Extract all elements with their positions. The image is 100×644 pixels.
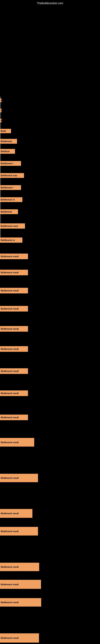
bottleneck-bar-25[interactable]: Bottleneck result: [0, 509, 32, 518]
bar-item: Bottleneck result: [0, 580, 41, 589]
bar-item: Bottleneck r: [0, 185, 21, 190]
bottleneck-bar-10[interactable]: Bottleneck re: [0, 197, 22, 202]
bar-item: Bottleneck resu: [0, 173, 24, 178]
bar-item: Bottleneck result: [0, 633, 39, 642]
bottleneck-bar-6[interactable]: Bottlene: [0, 149, 15, 154]
bar-item: Bottleneck result: [0, 288, 28, 294]
bar-item: Bottleneck re: [0, 238, 22, 243]
bar-item: B: [0, 119, 1, 122]
bottleneck-bar-2[interactable]: B: [0, 109, 1, 112]
bottleneck-bar-3[interactable]: B: [0, 119, 1, 122]
bottleneck-bar-8[interactable]: Bottleneck resu: [0, 173, 24, 178]
bottleneck-bar-9[interactable]: Bottleneck r: [0, 185, 21, 190]
bottleneck-bar-12[interactable]: Bottleneck resul: [0, 224, 25, 228]
bottleneck-bar-1[interactable]: B: [0, 98, 1, 102]
bottleneck-bar-17[interactable]: Bottleneck result: [0, 306, 28, 312]
bottleneck-bar-7[interactable]: Bottleneck r: [0, 161, 21, 166]
bar-item: B: [0, 98, 1, 102]
bottleneck-bar-4[interactable]: Bottl: [0, 129, 11, 133]
bottleneck-bar-23[interactable]: Bottleneck result: [0, 438, 34, 446]
bar-item: Bottleneck result: [0, 346, 28, 352]
bar-item: Bottleneck resul: [0, 224, 25, 228]
bar-item: Bottleneck re: [0, 197, 22, 202]
bar-item: B: [0, 109, 1, 112]
bottleneck-bar-13[interactable]: Bottleneck re: [0, 238, 22, 243]
bar-item: Bottl: [0, 129, 11, 133]
bar-item: Bottleneck result: [0, 254, 28, 259]
bar-item: Bottleneck result: [0, 563, 39, 571]
bottleneck-bar-27[interactable]: Bottleneck result: [0, 563, 39, 571]
bottleneck-bar-22[interactable]: Bottleneck result: [0, 414, 28, 420]
bar-item: Bottleneck result: [0, 414, 28, 420]
bar-item: Bottleneck result: [0, 306, 28, 312]
bottleneck-bar-24[interactable]: Bottleneck result: [0, 474, 38, 482]
bottleneck-bar-20[interactable]: Bottleneck result: [0, 368, 28, 374]
bar-item: Bottleneck: [0, 139, 17, 144]
bottleneck-bar-28[interactable]: Bottleneck result: [0, 580, 41, 589]
bar-item: Bottleneck result: [0, 368, 28, 374]
bar-item: Bottleneck result: [0, 598, 41, 606]
bottleneck-bar-11[interactable]: Bottleneck: [0, 209, 18, 214]
bar-item: Bottleneck result: [0, 326, 28, 332]
bar-item: Bottleneck result: [0, 390, 28, 396]
bottleneck-bar-21[interactable]: Bottleneck result: [0, 390, 28, 396]
bottleneck-bar-15[interactable]: Bottleneck result: [0, 270, 28, 275]
bottleneck-bar-19[interactable]: Bottleneck result: [0, 346, 28, 352]
bar-item: Bottleneck result: [0, 270, 28, 275]
bottleneck-bar-26[interactable]: Bottleneck result: [0, 527, 38, 536]
bottleneck-bar-5[interactable]: Bottleneck: [0, 139, 17, 144]
bottleneck-bar-29[interactable]: Bottleneck result: [0, 598, 41, 606]
bottleneck-bar-14[interactable]: Bottleneck result: [0, 254, 28, 259]
bar-item: Bottleneck result: [0, 474, 38, 482]
vertical-line: [0, 96, 1, 238]
bar-item: Bottlene: [0, 149, 15, 154]
bottleneck-bar-18[interactable]: Bottleneck result: [0, 326, 28, 332]
bottleneck-bar-16[interactable]: Bottleneck result: [0, 288, 28, 294]
bar-item: Bottleneck result: [0, 438, 34, 446]
bottleneck-bar-30[interactable]: Bottleneck result: [0, 633, 39, 642]
bar-item: Bottleneck r: [0, 161, 21, 166]
bar-item: Bottleneck: [0, 209, 18, 214]
bar-item: Bottleneck result: [0, 527, 38, 536]
site-title: TheBottlenecker.com: [37, 2, 63, 5]
bar-item: Bottleneck result: [0, 509, 32, 518]
